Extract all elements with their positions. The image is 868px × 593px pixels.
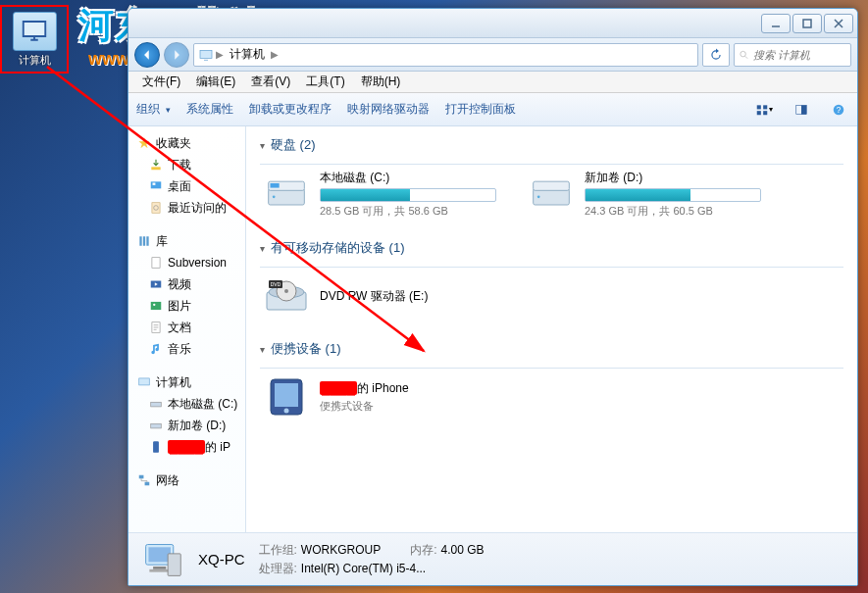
svg-rect-21 [151,402,162,407]
toolbar-view-button[interactable]: ▾ [753,99,775,121]
svg-rect-20 [139,378,150,385]
toolbar-sysprop[interactable]: 系统属性 [186,101,233,118]
refresh-icon [709,48,723,62]
menu-edit[interactable]: 编辑(E) [188,72,243,92]
svg-rect-10 [151,167,160,170]
sidebar-computer[interactable]: 计算机 [128,371,245,393]
sidebar-item-iphone[interactable]: ████的 iP [128,436,245,458]
recent-icon [149,201,163,215]
svg-rect-44 [153,567,166,569]
sidebar-item-subversion[interactable]: Subversion [128,252,245,273]
breadcrumb-computer[interactable]: 计算机 [226,45,269,65]
svg-rect-46 [168,554,180,576]
close-button[interactable] [824,14,853,33]
toolbar: 组织 系统属性 卸载或更改程序 映射网络驱动器 打开控制面板 ▾ ? [128,93,857,126]
titlebar[interactable] [128,9,857,38]
status-workgroup-val: WORKGROUP [301,543,381,557]
desktop-computer-icon[interactable]: 计算机 [0,5,69,74]
sidebar-favorites[interactable]: 收藏夹 [128,132,245,154]
toolbar-help-button[interactable]: ? [828,99,849,121]
svg-rect-12 [153,183,156,185]
svg-rect-45 [149,569,170,572]
drive-d-info: 24.3 GB 可用，共 60.5 GB [585,204,767,219]
download-icon [149,158,163,172]
sidebar-libraries[interactable]: 库 [128,230,245,252]
menu-view[interactable]: 查看(V) [243,72,298,92]
svg-rect-4 [757,111,761,115]
sidebar-item-pictures[interactable]: 图片 [128,295,245,317]
refresh-button[interactable] [702,43,730,67]
svg-point-41 [284,409,289,414]
svg-point-1 [740,51,746,57]
sidebar-item-music[interactable]: 音乐 [128,338,245,360]
sidebar-network[interactable]: 网络 [128,469,245,491]
sidebar-item-documents[interactable]: 文档 [128,317,245,338]
statusbar: XQ-PC 工作组:WORKGROUP 内存:4.00 GB 处理器:Intel… [128,532,857,585]
search-box[interactable] [734,43,851,67]
svg-rect-15 [152,258,160,269]
sidebar-item-desktop[interactable]: 桌面 [128,175,245,197]
sidebar-item-downloads[interactable]: 下载 [128,154,245,175]
menu-tools[interactable]: 工具(T) [298,72,352,92]
monitor-icon [20,17,49,46]
toolbar-uninstall[interactable]: 卸载或更改程序 [249,101,332,118]
status-name: XQ-PC [198,551,245,568]
status-mem-val: 4.00 GB [441,543,485,557]
help-icon: ? [832,103,845,117]
device-iphone-label: ████的 iPhone [320,380,409,397]
search-icon [739,49,749,61]
device-dvd[interactable]: DVD DVD RW 驱动器 (E:) [260,270,505,322]
device-iphone-sub: 便携式设备 [320,399,409,414]
drive-icon [149,419,163,432]
svg-rect-24 [139,475,144,479]
sidebar: 收藏夹 下载 桌面 最近访问的 库 Subversion 视频 图片 文档 音乐 [128,126,246,532]
svg-rect-29 [271,183,280,188]
toolbar-netdrive[interactable]: 映射网络驱动器 [347,101,430,118]
breadcrumb[interactable]: ▶ 计算机 ▶ [193,43,698,67]
computer-icon [198,47,214,63]
menu-help[interactable]: 帮助(H) [353,72,409,92]
breadcrumb-sep: ▶ [271,49,279,60]
toolbar-ctrlpanel[interactable]: 打开控制面板 [445,101,516,118]
iphone-icon [263,373,310,420]
drive-c-info: 28.5 GB 可用，共 58.6 GB [320,204,502,219]
chevron-down-icon: ▾ [260,344,265,355]
nav-back-button[interactable] [134,42,160,68]
computer-icon [137,375,151,389]
svg-rect-3 [763,105,767,109]
sidebar-item-local-c[interactable]: 本地磁盘 (C:) [128,393,245,415]
drive-d[interactable]: 新加卷 (D:) 24.3 GB 可用，共 60.5 GB [525,167,770,222]
search-input[interactable] [753,49,846,61]
svg-point-36 [284,289,288,293]
status-workgroup-label: 工作组: [259,543,297,557]
section-portable[interactable]: ▾ 便携设备 (1) [260,340,843,358]
minimize-button[interactable] [761,14,791,33]
svg-point-28 [273,195,276,198]
svg-rect-31 [534,181,570,190]
drive-d-bar [585,188,761,202]
svg-rect-5 [763,111,767,115]
sidebar-item-local-d[interactable]: 新加卷 (D:) [128,415,245,436]
device-iphone[interactable]: ████的 iPhone 便携式设备 [260,371,505,423]
maximize-button[interactable] [792,14,822,33]
hdd-icon [530,173,573,216]
toolbar-pane-button[interactable] [791,99,812,121]
svg-point-18 [153,304,155,306]
drive-c[interactable]: 本地磁盘 (C:) 28.5 GB 可用，共 58.6 GB [260,167,505,222]
sidebar-item-recent[interactable]: 最近访问的 [128,197,245,219]
sidebar-item-videos[interactable]: 视频 [128,273,245,295]
section-removable[interactable]: ▾ 有可移动存储的设备 (1) [260,239,843,257]
toolbar-organize[interactable]: 组织 [136,101,171,118]
drive-c-label: 本地磁盘 (C:) [320,170,502,186]
desktop-icon [149,179,163,193]
section-hdd[interactable]: ▾ 硬盘 (2) [260,136,843,154]
drive-c-bar [320,188,496,202]
menu-file[interactable]: 文件(F) [134,72,188,92]
svg-rect-23 [153,441,159,453]
nav-forward-button[interactable] [164,42,189,68]
content-pane: ▾ 硬盘 (2) 本地磁盘 (C:) 28.5 GB 可用，共 58.6 GB [246,126,857,532]
hdd-icon [265,173,308,216]
desktop-computer-label: 计算机 [19,53,51,68]
video-icon [149,277,163,291]
svg-rect-43 [148,547,171,562]
